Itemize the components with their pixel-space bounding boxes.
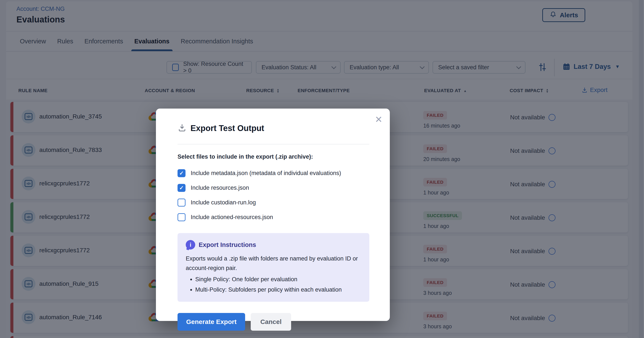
option-label: Include metadata.json (metadata of indiv… xyxy=(191,170,341,177)
instructions-body: Exports would a .zip file with folders a… xyxy=(186,254,361,273)
modal-title: Export Test Output xyxy=(190,124,264,133)
option-checkbox[interactable]: ✓ xyxy=(178,184,186,192)
download-icon xyxy=(178,123,186,133)
evaluations-page: Account: CCM-NG Evaluations Alerts Overv… xyxy=(0,0,644,338)
instructions-header: i Export Instructions xyxy=(186,240,361,250)
export-option[interactable]: Include custodian-run.log xyxy=(178,195,369,210)
modal-title-row: Export Test Output xyxy=(178,123,369,133)
export-option[interactable]: Include actioned-resources.json xyxy=(178,210,369,225)
export-instructions-panel: i Export Instructions Exports would a .z… xyxy=(178,233,369,302)
option-label: Include custodian-run.log xyxy=(191,199,256,206)
option-checkbox[interactable] xyxy=(178,199,186,207)
instructions-title: Export Instructions xyxy=(199,241,256,248)
instruction-bullet: Single Policy: One folder per evaluation xyxy=(195,275,361,284)
option-checkbox[interactable]: ✓ xyxy=(178,169,186,177)
option-checkbox[interactable] xyxy=(178,213,186,221)
modal-actions: Generate Export Cancel xyxy=(178,313,369,331)
export-test-output-modal: ✕ Export Test Output Select files to inc… xyxy=(156,109,390,321)
instruction-bullet: Multi-Policy: Subfolders per policy with… xyxy=(195,285,361,294)
export-option[interactable]: ✓ Include metadata.json (metadata of ind… xyxy=(178,166,369,180)
option-label: Include actioned-resources.json xyxy=(191,214,273,221)
info-bubble-icon: i xyxy=(186,240,195,250)
cancel-button[interactable]: Cancel xyxy=(251,313,291,331)
file-select-label: Select files to include in the export (.… xyxy=(178,153,369,160)
instructions-bullets: Single Policy: One folder per evaluation… xyxy=(186,275,361,294)
option-label: Include resources.json xyxy=(191,185,249,191)
close-icon[interactable]: ✕ xyxy=(375,114,382,125)
generate-export-button[interactable]: Generate Export xyxy=(178,313,245,331)
modal-divider xyxy=(178,144,369,144)
export-options-list: ✓ Include metadata.json (metadata of ind… xyxy=(178,166,369,225)
export-option[interactable]: ✓ Include resources.json xyxy=(178,180,369,195)
